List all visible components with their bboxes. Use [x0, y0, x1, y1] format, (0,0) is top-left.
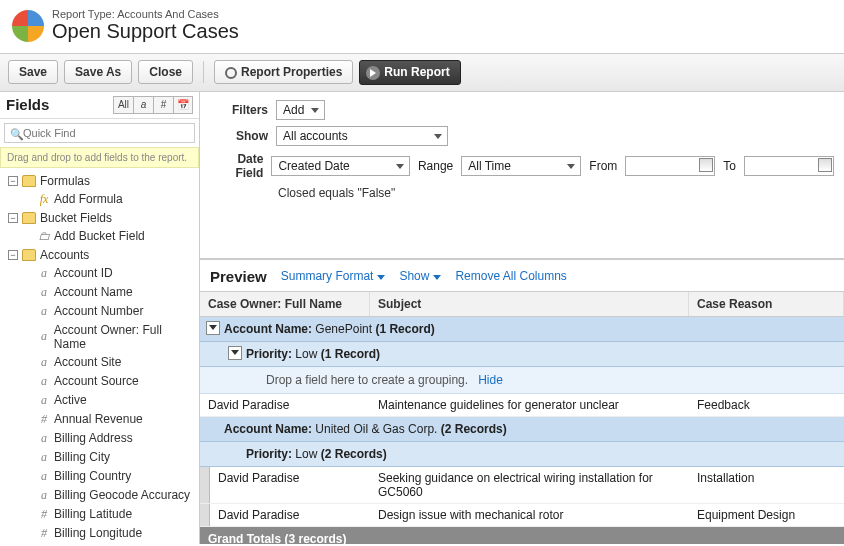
tree-field[interactable]: aAccount Site: [0, 353, 199, 372]
from-label: From: [589, 159, 617, 173]
show-menu[interactable]: Show: [399, 269, 441, 283]
tree-field[interactable]: fxAdd Formula: [0, 190, 199, 209]
field-type-icon: a: [38, 450, 50, 465]
tree-folder-label: Formulas: [40, 174, 90, 188]
quick-find-input[interactable]: [4, 123, 195, 143]
range-select[interactable]: All Time: [461, 156, 581, 176]
tree-field[interactable]: aBilling Address: [0, 429, 199, 448]
col-case-owner[interactable]: Case Owner: Full Name: [200, 292, 370, 316]
filter-number-button[interactable]: #: [153, 96, 173, 114]
calendar-icon[interactable]: [818, 158, 832, 172]
tree-field-label: Billing City: [54, 450, 110, 464]
tree-folder-label: Accounts: [40, 248, 89, 262]
field-type-icon: a: [38, 488, 50, 503]
tree-field[interactable]: aAccount ID: [0, 264, 199, 283]
tree-field-label: Account Source: [54, 374, 139, 388]
tree-field-label: Account Site: [54, 355, 121, 369]
tree-field[interactable]: #Annual Revenue: [0, 410, 199, 429]
tree-field[interactable]: 🗀Add Bucket Field: [0, 227, 199, 246]
tree-folder[interactable]: −Bucket Fields: [0, 209, 199, 227]
col-case-reason[interactable]: Case Reason: [689, 292, 844, 316]
close-button[interactable]: Close: [138, 60, 193, 84]
cell-subject: Design issue with mechanical rotor: [370, 504, 689, 526]
show-select[interactable]: All accounts: [276, 126, 448, 146]
field-type-icon: #: [38, 507, 50, 522]
field-type-icon: a: [38, 393, 50, 408]
tree-field[interactable]: aActive: [0, 391, 199, 410]
tree-field-label: Billing Country: [54, 469, 131, 483]
filter-date-button[interactable]: 📅: [173, 96, 193, 114]
grand-totals-row: Grand Totals (3 records): [200, 527, 844, 544]
tree-field-label: Account Owner: Full Name: [54, 323, 195, 351]
cell-subject: Seeking guidance on electrical wiring in…: [370, 467, 689, 503]
save-button[interactable]: Save: [8, 60, 58, 84]
show-label: Show: [210, 129, 268, 143]
tree-field[interactable]: aAccount Source: [0, 372, 199, 391]
tree-field[interactable]: aAccount Number: [0, 302, 199, 321]
group-label: Account Name:: [224, 422, 312, 436]
datefield-value: Created Date: [278, 159, 349, 173]
filter-text-button[interactable]: a: [133, 96, 153, 114]
folder-icon: [22, 249, 36, 261]
group-row-account[interactable]: Account Name: GenePoint (1 Record): [200, 317, 844, 342]
subgroup-label: Priority:: [246, 447, 292, 461]
tree-field[interactable]: aAccount Owner: Full Name: [0, 321, 199, 353]
quick-find-wrap: 🔍: [0, 119, 199, 147]
tree-field[interactable]: aBilling State/Province: [0, 543, 199, 544]
range-value: All Time: [468, 159, 511, 173]
gear-icon: [225, 67, 237, 79]
tree-field-label: Account ID: [54, 266, 113, 280]
tree-folder[interactable]: −Accounts: [0, 246, 199, 264]
col-subject[interactable]: Subject: [370, 292, 689, 316]
subgroup-row-priority[interactable]: Priority: Low (2 Records): [200, 442, 844, 467]
fields-tree[interactable]: −FormulasfxAdd Formula−Bucket Fields🗀Add…: [0, 168, 199, 544]
table-row[interactable]: David ParadiseSeeking guidance on electr…: [200, 467, 844, 504]
report-type-label: Report Type: Accounts And Cases: [52, 8, 239, 20]
add-filter-label: Add: [283, 103, 304, 117]
expand-toggle-icon[interactable]: −: [8, 250, 18, 260]
add-filter-dropdown[interactable]: Add: [276, 100, 325, 120]
summary-format-menu[interactable]: Summary Format: [281, 269, 386, 283]
row-drag-handle[interactable]: [200, 467, 210, 503]
subgroup-row-priority[interactable]: Priority: Low (1 Record): [200, 342, 844, 367]
report-properties-button[interactable]: Report Properties: [214, 60, 353, 84]
table-row[interactable]: David ParadiseDesign issue with mechanic…: [200, 504, 844, 527]
filter-all-button[interactable]: All: [113, 96, 133, 114]
calendar-icon[interactable]: [699, 158, 713, 172]
tree-field[interactable]: aBilling City: [0, 448, 199, 467]
group-label: Account Name:: [224, 322, 312, 336]
expand-toggle-icon[interactable]: −: [8, 176, 18, 186]
datefield-select[interactable]: Created Date: [271, 156, 409, 176]
table-row[interactable]: David ParadiseMaintenance guidelines for…: [200, 394, 844, 417]
tree-field[interactable]: #Billing Latitude: [0, 505, 199, 524]
grid-header: Case Owner: Full Name Subject Case Reaso…: [200, 292, 844, 317]
group-count: (2 Records): [441, 422, 507, 436]
tree-field[interactable]: aBilling Geocode Accuracy: [0, 486, 199, 505]
tree-field[interactable]: aBilling Country: [0, 467, 199, 486]
expand-toggle-icon[interactable]: −: [8, 213, 18, 223]
applied-filter[interactable]: Closed equals "False": [210, 186, 834, 200]
row-drag-handle[interactable]: [200, 504, 210, 526]
field-type-icon: a: [38, 355, 50, 370]
run-report-button[interactable]: Run Report: [359, 60, 460, 85]
subgroup-count: (1 Record): [321, 347, 380, 361]
tree-folder[interactable]: −Formulas: [0, 172, 199, 190]
collapse-toggle-icon[interactable]: [228, 346, 242, 360]
save-as-button[interactable]: Save As: [64, 60, 132, 84]
field-type-icon: 🗀: [38, 229, 50, 244]
field-type-icon: a: [38, 431, 50, 446]
hide-drop-hint-link[interactable]: Hide: [478, 373, 503, 387]
range-label: Range: [418, 159, 453, 173]
subgroup-value: Low: [295, 447, 317, 461]
cell-owner: David Paradise: [210, 467, 370, 503]
preview-heading: Preview: [210, 268, 267, 285]
remove-all-columns-link[interactable]: Remove All Columns: [455, 269, 566, 283]
grouping-drop-zone[interactable]: Drop a field here to create a grouping. …: [200, 367, 844, 394]
collapse-toggle-icon[interactable]: [206, 321, 220, 335]
field-type-icon: a: [38, 285, 50, 300]
tree-field[interactable]: #Billing Longitude: [0, 524, 199, 543]
group-row-account[interactable]: Account Name: United Oil & Gas Corp. (2 …: [200, 417, 844, 442]
tree-field[interactable]: aAccount Name: [0, 283, 199, 302]
run-report-label: Run Report: [384, 65, 449, 79]
field-type-icon: a: [38, 304, 50, 319]
